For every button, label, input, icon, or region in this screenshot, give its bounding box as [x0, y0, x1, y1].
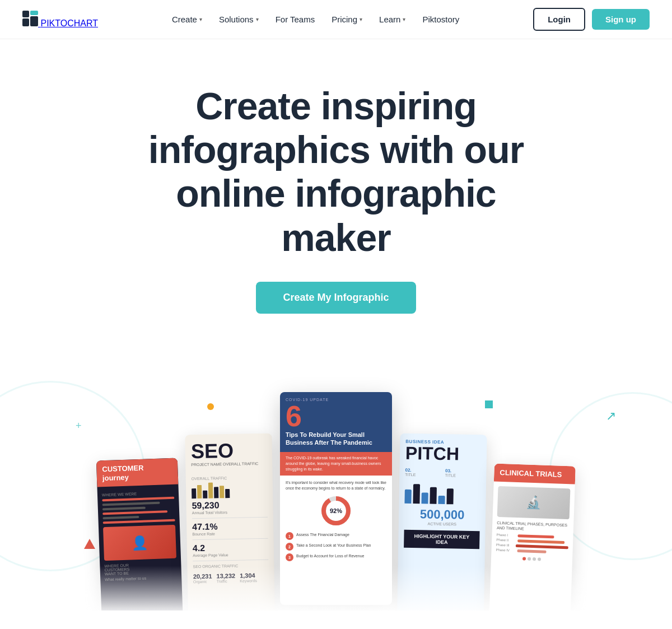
- card4-stat: 500,000: [404, 507, 480, 523]
- step-3: 3 Budget to Account for Loss of Revenue: [286, 553, 386, 561]
- step-1: 1 Assess The Financial Damage: [286, 532, 386, 540]
- card3-pct: 92%: [330, 507, 342, 514]
- card2-chart: [192, 481, 268, 498]
- chevron-down-icon: ▾: [199, 16, 202, 22]
- chevron-down-icon: ▾: [256, 16, 259, 22]
- nav-item-piktostory[interactable]: Piktostory: [416, 10, 466, 29]
- svg-rect-1: [30, 11, 38, 15]
- svg-rect-2: [30, 16, 38, 26]
- signup-button[interactable]: Sign up: [592, 9, 650, 30]
- chevron-down-icon: ▾: [360, 16, 362, 22]
- card5-title: CLINICAL TRIALS: [500, 468, 570, 479]
- deco-plus-icon: +: [76, 420, 82, 432]
- card3-donut-chart: 92%: [319, 494, 353, 528]
- card2-subtitle: PROJECT NAME OVERALL TRAFFIC: [191, 462, 267, 467]
- person-icon: 👤: [131, 534, 148, 551]
- navbar: PIKTOCHART Create ▾ Solutions ▾ For Team…: [0, 0, 672, 39]
- card2-stat2: 47.1%: [192, 521, 268, 532]
- nav-actions: Login Sign up: [533, 8, 650, 31]
- card5-text1: CLINICAL TRIAL PHASES, PURPOSES AND TIME…: [497, 520, 570, 533]
- deco-cursor-icon: ↗: [606, 409, 616, 423]
- card2-stat3: 4.2: [193, 542, 268, 553]
- reflection-overlay: [0, 566, 672, 611]
- card4-pitch: PITCH: [405, 444, 482, 463]
- card4-highlight: HIGHLIGHT YOUR KEY IDEA: [404, 530, 480, 549]
- card3-body-text: It's important to consider what recovery…: [286, 480, 386, 491]
- step-2: 2 Take a Second Look at Your Business Pl…: [286, 543, 386, 551]
- cta-button[interactable]: Create My Infographic: [256, 282, 416, 314]
- nav-item-for-teams[interactable]: For Teams: [269, 10, 322, 29]
- nav-item-pricing[interactable]: Pricing ▾: [325, 10, 369, 29]
- card2-seo-title: SEO: [191, 440, 267, 462]
- card4-stat-label: ACTIVE USERS: [404, 521, 480, 527]
- card3-tips: Tips To Rebuild Your Small Business Afte…: [286, 431, 386, 447]
- card1-title: CUSTOMERjourney: [102, 463, 172, 483]
- logo-text: PIKTOCHART: [40, 18, 98, 28]
- nav-item-solutions[interactable]: Solutions ▾: [212, 10, 265, 29]
- nav-item-create[interactable]: Create ▾: [165, 10, 209, 29]
- chevron-down-icon: ▾: [403, 16, 405, 22]
- card5-dots: [496, 556, 568, 562]
- card3-mid-text: The COVID-19 outbreak has wreaked financ…: [286, 455, 386, 472]
- nav-item-learn[interactable]: Learn ▾: [372, 10, 412, 29]
- login-button[interactable]: Login: [533, 8, 585, 31]
- card3-num: 6: [286, 402, 386, 431]
- card5-image: 🔬: [497, 486, 571, 519]
- svg-rect-0: [22, 11, 29, 17]
- card2-stat1: 59,230: [192, 500, 267, 511]
- hero-section: Create inspiring infographics with our o…: [0, 39, 672, 336]
- medical-icon: 🔬: [526, 495, 542, 510]
- nav-logo[interactable]: PIKTOCHART: [22, 11, 98, 29]
- card3-steps: 1 Assess The Financial Damage 2 Take a S…: [286, 532, 386, 561]
- showcase-section: + ↗ CUSTOMERjourney WHERE WE WERE 👤 WHER…: [0, 370, 672, 611]
- card4-bar-chart: [404, 481, 480, 505]
- hero-title: Create inspiring infographics with our o…: [118, 84, 554, 259]
- nav-links: Create ▾ Solutions ▾ For Teams Pricing ▾…: [165, 10, 466, 29]
- svg-rect-3: [22, 18, 29, 26]
- card1-illustration: 👤: [103, 525, 176, 561]
- piktochart-logo-icon: [22, 11, 38, 26]
